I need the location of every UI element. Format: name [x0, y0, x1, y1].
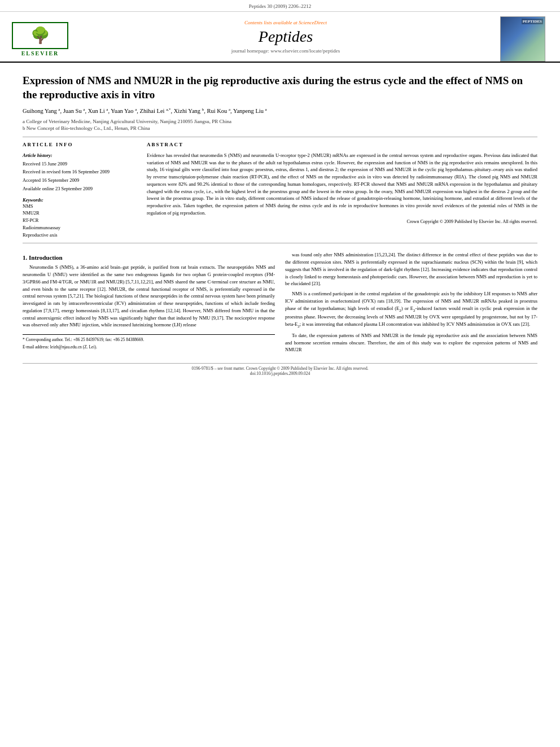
journal-citation: Peptides 30 (2009) 2206–2212: [249, 3, 312, 9]
footer-issn: 0196-9781/$ – see front matter. Crown Co…: [23, 366, 537, 371]
article-content: Expression of NMS and NMU2R in the pig r…: [0, 63, 560, 382]
affiliations: a College of Veterinary Medicine, Nanjin…: [23, 118, 537, 132]
keyword-rtpcr: RT-PCR: [23, 217, 135, 224]
footnote-email: E-mail address: leizh@njau.edu.cn (Z. Le…: [23, 344, 275, 351]
keywords-label: Keywords:: [23, 197, 135, 203]
right-para2: NMS is a confirmed participant in the ce…: [285, 290, 537, 329]
footnote-corresponding: * Corresponding author. Tel.: +86 25 843…: [23, 337, 275, 343]
journal-header-center: Contents lists available at ScienceDirec…: [71, 20, 500, 58]
keyword-ria: Radioimmunoassay: [23, 224, 135, 231]
keyword-nmu2r: NMU2R: [23, 209, 135, 217]
right-col-text: was found only after NMS administration …: [285, 251, 537, 353]
abstract-col: ABSTRACT Evidence has revealed that neur…: [147, 142, 537, 239]
authors-text: Guihong Yang a, Juan Su a, Xun Li a, Yua…: [23, 108, 267, 114]
top-bar: Peptides 30 (2009) 2206–2212: [0, 0, 560, 12]
affiliation-a: a College of Veterinary Medicine, Nanjin…: [23, 118, 537, 125]
elsevier-tree-icon: 🌳: [30, 26, 50, 45]
sciencedirect-name[interactable]: ScienceDirect: [299, 20, 327, 25]
section1-heading: 1. Introduction: [23, 254, 275, 261]
section1-text: Neuromedin S (NMS), a 36-amino acid brai…: [23, 264, 275, 329]
page-footer: 0196-9781/$ – see front matter. Crown Co…: [23, 363, 537, 376]
footer-doi: doi:10.1016/j.peptides.2009.09.024: [23, 371, 537, 376]
sciencedirect-link: Contents lists available at ScienceDirec…: [71, 20, 500, 25]
elsevier-logo-area: 🌳 ELSEVIER: [9, 22, 71, 56]
article-title: Expression of NMS and NMU2R in the pig r…: [23, 74, 537, 102]
intro-para1: Neuromedin S (NMS), a 36-amino acid brai…: [23, 264, 275, 329]
body-left-col: 1. Introduction Neuromedin S (NMS), a 36…: [23, 251, 275, 356]
journal-title: Peptides: [71, 28, 500, 46]
divider-2: [23, 243, 537, 243]
affiliation-b: b New Concept of Bio-technology Co., Ltd…: [23, 125, 537, 132]
page-wrapper: Peptides 30 (2009) 2206–2212 🌳 ELSEVIER …: [0, 0, 560, 382]
journal-homepage: journal homepage: www.elsevier.com/locat…: [71, 48, 500, 54]
keyword-reproductive: Reproductive axis: [23, 231, 135, 239]
keywords-list: NMS NMU2R RT-PCR Radioimmunoassay Reprod…: [23, 203, 135, 239]
info-abstract-columns: ARTICLE INFO Article history: Received 1…: [23, 142, 537, 239]
divider-1: [23, 137, 537, 137]
sciencedirect-prefix: Contents lists available at: [244, 20, 298, 25]
journal-header: 🌳 ELSEVIER Contents lists available at S…: [0, 12, 560, 63]
elsevier-box: 🌳: [12, 22, 68, 49]
keywords-section: Keywords: NMS NMU2R RT-PCR Radioimmunoas…: [23, 197, 135, 239]
received-revised-date: Received in revised form 16 September 20…: [23, 168, 135, 176]
history-label: Article history:: [23, 152, 135, 159]
abstract-text: Evidence has revealed that neuromedin S …: [147, 152, 537, 217]
journal-cover-image: PEPTIDES: [500, 16, 545, 62]
body-right-col: was found only after NMS administration …: [285, 251, 537, 356]
accepted-date: Accepted 16 September 2009: [23, 177, 135, 184]
article-info: ARTICLE INFO Article history: Received 1…: [23, 142, 135, 239]
elsevier-label: ELSEVIER: [21, 50, 59, 56]
available-date: Available online 23 September 2009: [23, 185, 135, 193]
copyright-text: Crown Copyright © 2009 Published by Else…: [147, 219, 537, 224]
authors-line: Guihong Yang a, Juan Su a, Xun Li a, Yua…: [23, 106, 537, 115]
elsevier-logo: 🌳 ELSEVIER: [9, 22, 71, 56]
cover-label: PEPTIDES: [522, 19, 543, 24]
right-para1: was found only after NMS administration …: [285, 251, 537, 287]
right-para3: To date, the expression patterns of NMS …: [285, 332, 537, 353]
footnotes: * Corresponding author. Tel.: +86 25 843…: [23, 334, 275, 350]
journal-cover-area: PEPTIDES: [500, 16, 551, 62]
article-info-heading: ARTICLE INFO: [23, 142, 135, 147]
article-history: Article history: Received 15 June 2009 R…: [23, 152, 135, 193]
keyword-nms: NMS: [23, 203, 135, 210]
received-date: Received 15 June 2009: [23, 160, 135, 168]
abstract-heading: ABSTRACT: [147, 142, 537, 147]
body-content: 1. Introduction Neuromedin S (NMS), a 36…: [23, 251, 537, 356]
